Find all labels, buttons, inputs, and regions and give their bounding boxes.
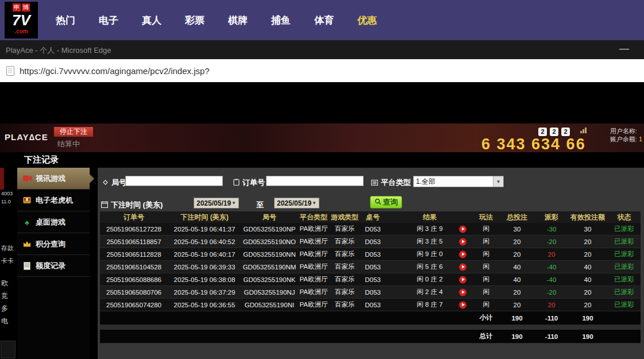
sidebar-item-video-games[interactable]: 视讯游戏 bbox=[17, 168, 90, 190]
logo-badge-shen: 申 bbox=[13, 3, 21, 11]
table-no: D053 bbox=[360, 286, 386, 299]
table-row: 2505190651045282025-05-19 06:39:33GD0532… bbox=[100, 261, 641, 273]
total-bet: 20 bbox=[499, 248, 535, 261]
platform-type: PA欧洲厅 bbox=[298, 236, 330, 248]
round-label-text: 局号 bbox=[111, 177, 126, 188]
sidebar-item-points-query[interactable]: 积分查询 bbox=[17, 233, 90, 255]
date-from-value: 2025/05/19 bbox=[196, 199, 231, 207]
summary-spacer bbox=[100, 325, 641, 330]
play-icon[interactable] bbox=[459, 263, 466, 271]
game-type: 百家乐 bbox=[330, 261, 360, 273]
top-nav: 申 博 7V .com 热门 电子 真人 彩票 棋牌 捕鱼 体育 优惠 bbox=[0, 0, 644, 40]
chevron-down-icon: ▼ bbox=[493, 176, 503, 187]
play-icon[interactable] bbox=[459, 288, 466, 296]
platform-type: PA欧洲厅 bbox=[298, 261, 330, 273]
bet-time: 2025-05-19 06:40:52 bbox=[168, 236, 241, 248]
order-no: 250519065118857 bbox=[100, 236, 168, 248]
round-input[interactable] bbox=[125, 176, 223, 186]
left-fragment: 多 bbox=[1, 304, 8, 314]
to-label-text: 至 bbox=[256, 200, 264, 210]
play-icon[interactable] bbox=[459, 301, 466, 308]
valid-bet: 40 bbox=[568, 273, 608, 286]
total-bet: 20 bbox=[499, 236, 535, 248]
minimize-button[interactable]: — bbox=[619, 43, 629, 55]
order-input[interactable] bbox=[266, 176, 364, 186]
order-no: 250519065104528 bbox=[100, 261, 168, 273]
records-content: 局号 订单号 平台类型 1.全部 ▼ 下注时间 (美东) 2025/05/19 … bbox=[98, 168, 644, 359]
result-text: 闲 8 庄 7 bbox=[417, 301, 442, 308]
table-row: 2505190650807062025-05-19 06:37:29GD0532… bbox=[100, 286, 641, 299]
table-no: D053 bbox=[360, 261, 386, 273]
url-text[interactable]: https://gci.7vvvvvv.com/agingame/pcv2/in… bbox=[20, 66, 210, 76]
order-no: 250519065088686 bbox=[100, 273, 168, 286]
payout: -20 bbox=[535, 286, 568, 299]
sidebar-item-table-games[interactable]: ♠ 桌面游戏 bbox=[17, 211, 90, 233]
play-icon[interactable] bbox=[459, 225, 466, 233]
nav-item-promo[interactable]: 优惠 bbox=[357, 14, 377, 27]
sidebar-item-quota-records[interactable]: 额度记录 bbox=[17, 255, 90, 277]
address-bar[interactable]: https://gci.7vvvvvv.com/agingame/pcv2/in… bbox=[0, 59, 644, 82]
date-from-picker[interactable]: 2025/05/19 ▼ bbox=[194, 198, 239, 209]
bet-time-label-text: 下注时间 (美东) bbox=[111, 200, 163, 210]
table-no: D053 bbox=[360, 236, 386, 248]
nav-item-sports[interactable]: 体育 bbox=[314, 14, 334, 27]
game-strip: PLAY∆CE 停止下注 结算中 2 2 2 6 343 634 66 用户名称… bbox=[0, 123, 644, 152]
slot-machine-icon bbox=[22, 196, 32, 204]
sidebar-item-slots[interactable]: 电子老虎机 bbox=[17, 190, 90, 211]
records-title: 下注记录 bbox=[24, 155, 59, 165]
grand-total-payout: -110 bbox=[535, 330, 568, 343]
valid-bet: 40 bbox=[568, 261, 608, 273]
jackpot-number: 6 343 634 66 bbox=[481, 136, 586, 152]
table-no: D053 bbox=[360, 223, 386, 236]
platform-type: PA欧洲厅 bbox=[298, 273, 330, 286]
site-logo[interactable]: 申 博 7V .com bbox=[5, 2, 38, 38]
crown-icon bbox=[22, 241, 32, 247]
column-header: 局号 bbox=[241, 211, 298, 223]
nav-item-electronic[interactable]: 电子 bbox=[99, 14, 118, 27]
play-icon[interactable] bbox=[459, 238, 466, 245]
user-name-label: 用户名称: bbox=[610, 128, 637, 134]
column-header: 下注时间 (美东) bbox=[168, 211, 241, 223]
query-button[interactable]: 查询 bbox=[370, 196, 402, 209]
platform-select[interactable]: 1.全部 ▼ bbox=[413, 176, 504, 187]
nav-item-fishing[interactable]: 捕鱼 bbox=[271, 14, 291, 27]
date-to-picker[interactable]: 2025/05/19 ▼ bbox=[274, 198, 319, 209]
play: 闲 bbox=[473, 299, 499, 311]
game-type: 百家乐 bbox=[330, 273, 360, 286]
nav-item-live[interactable]: 真人 bbox=[142, 14, 161, 27]
calendar-icon bbox=[101, 201, 108, 210]
play-icon[interactable] bbox=[459, 276, 466, 283]
subtotal-row: 小计 190 -110 190 bbox=[100, 311, 641, 325]
play-icon[interactable] bbox=[459, 250, 466, 258]
valid-bet: 20 bbox=[568, 299, 608, 311]
stop-betting-button[interactable]: 停止下注 bbox=[54, 127, 93, 137]
subtotal-total-bet: 190 bbox=[499, 311, 535, 325]
bet-time: 2025-05-19 06:41:37 bbox=[168, 223, 241, 236]
round-no: GD053255190NI bbox=[241, 299, 298, 311]
payout: -40 bbox=[535, 273, 568, 286]
column-header: 订单号 bbox=[100, 211, 168, 223]
die-icon: 2 bbox=[561, 128, 570, 136]
nav-menu: 热门 电子 真人 彩票 棋牌 捕鱼 体育 优惠 bbox=[56, 0, 377, 40]
grand-total-label: 总计 bbox=[473, 330, 499, 343]
game-type: 百家乐 bbox=[330, 299, 360, 311]
platform-type: PA欧洲厅 bbox=[298, 223, 330, 236]
black-gap bbox=[0, 82, 644, 123]
nav-item-hot[interactable]: 热门 bbox=[56, 14, 75, 27]
nav-item-chess[interactable]: 棋牌 bbox=[228, 14, 248, 27]
game-type: 百家乐 bbox=[330, 236, 360, 248]
caret-down-icon: ▼ bbox=[312, 200, 317, 206]
die-icon: 2 bbox=[538, 128, 547, 136]
order-label-text: 订单号 bbox=[242, 177, 265, 188]
nav-item-lottery[interactable]: 彩票 bbox=[185, 14, 205, 27]
round-no: GD053255190NP bbox=[241, 223, 298, 236]
logo-suffix: .com bbox=[14, 29, 28, 34]
play: 闲 bbox=[473, 223, 499, 236]
left-fragment: 存款 bbox=[1, 244, 14, 253]
bet-table-header-row: 订单号下注时间 (美东)局号平台类型游戏类型桌号结果玩法总投注派彩有效投注额状态 bbox=[100, 211, 641, 223]
total-bet: 40 bbox=[499, 273, 535, 286]
die-icon: 2 bbox=[550, 128, 558, 136]
result: 闲 8 庄 7 bbox=[386, 299, 473, 311]
table-row: 2505190651272282025-05-19 06:41:37GD0532… bbox=[100, 223, 641, 236]
spade-icon: ♠ bbox=[22, 218, 32, 226]
